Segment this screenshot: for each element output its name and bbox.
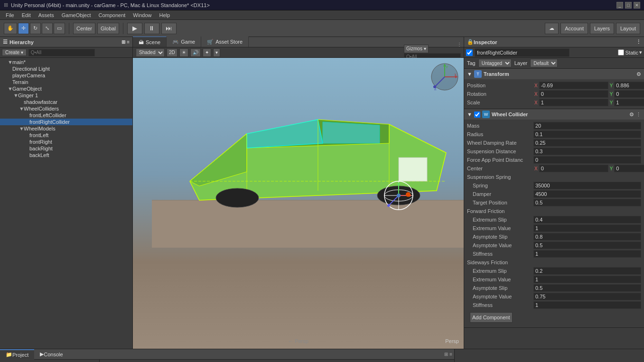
scene-view-menu-button[interactable]: ▾ <box>213 48 220 57</box>
static-checkbox[interactable] <box>618 49 624 56</box>
scale-x-field[interactable]: 1 <box>539 99 608 106</box>
layer-select[interactable]: Default <box>530 59 558 67</box>
svg-text:Y: Y <box>446 65 448 69</box>
menu-file[interactable]: File <box>2 12 18 18</box>
list-item[interactable]: ▼ GameObject <box>0 85 132 92</box>
suspension-distance-field[interactable]: 0.3 <box>533 148 641 155</box>
center-x-field[interactable]: 0 <box>539 165 608 172</box>
wc-enabled-checkbox[interactable] <box>474 111 480 118</box>
hierarchy-search-input[interactable] <box>28 49 95 56</box>
target-position-field[interactable]: 0.5 <box>533 199 641 206</box>
hand-tool-button[interactable]: ✋ <box>4 23 17 34</box>
step-button[interactable]: ⏭ <box>161 23 177 34</box>
list-item[interactable]: frontRight <box>0 139 132 145</box>
list-item[interactable]: frontRightCollider <box>0 119 132 125</box>
static-dropdown-icon[interactable]: ▾ <box>639 49 642 56</box>
scale-tool-button[interactable]: ⤡ <box>42 23 53 34</box>
sf-extremum-slip-field[interactable]: 0.2 <box>533 267 641 275</box>
list-item[interactable]: backRight <box>0 145 132 152</box>
tag-select[interactable]: Untagged <box>478 59 512 67</box>
damper-field[interactable]: 4500 <box>533 190 641 198</box>
object-name-field[interactable]: frontRightCollider <box>475 48 569 57</box>
list-item[interactable]: frontLeft <box>0 132 132 139</box>
rotation-y-field[interactable]: 0 <box>614 90 644 98</box>
force-app-field[interactable]: 0 <box>533 156 641 164</box>
ff-asymptote-value-field[interactable]: 0.5 <box>533 241 641 249</box>
tab-game[interactable]: 🎮 Game <box>167 37 201 47</box>
tab-scene[interactable]: 🏔 Scene <box>133 37 167 47</box>
position-x-field[interactable]: -0.69 <box>539 82 608 89</box>
menu-edit[interactable]: Edit <box>18 12 35 18</box>
wheel-damping-field[interactable]: 0.25 <box>533 139 641 147</box>
game-tab-label: Game <box>181 39 195 45</box>
rotation-x-field[interactable]: 0 <box>539 90 608 98</box>
lighting-toggle-button[interactable]: ☀ <box>179 48 188 57</box>
scene-view[interactable]: Y X Z <box>133 58 464 349</box>
tab-project[interactable]: 📁 Project <box>0 349 34 360</box>
gizmos-button[interactable]: Gizmos ▾ <box>404 45 429 53</box>
hierarchy-create-button[interactable]: Create ▾ <box>2 49 27 56</box>
project-options-icon[interactable]: ⊞ ≡ <box>444 352 452 357</box>
ff-extremum-slip-field[interactable]: 0.4 <box>533 216 641 223</box>
close-button[interactable]: ✕ <box>634 2 640 9</box>
list-item[interactable]: frontLeftCollider <box>0 112 132 119</box>
tab-console[interactable]: ▶ Console <box>34 349 68 360</box>
ff-extremum-value-field[interactable]: 1 <box>533 224 641 232</box>
inspector-menu-icon[interactable]: ⋮ <box>636 39 641 45</box>
minimize-button[interactable]: _ <box>616 2 623 9</box>
layers-button[interactable]: Layers <box>590 23 614 34</box>
list-item[interactable]: playerCamera <box>0 72 132 79</box>
radius-field[interactable]: 0.1 <box>533 130 641 138</box>
wheel-collider-header[interactable]: ▼ W Wheel Collider ⚙ ⋮ <box>464 109 644 120</box>
audio-toggle-button[interactable]: 🔊 <box>190 48 201 57</box>
wc-menu-icon[interactable]: ⋮ <box>636 111 641 118</box>
global-button[interactable]: Global <box>97 23 119 34</box>
rotate-tool-button[interactable]: ↻ <box>30 23 41 34</box>
sf-stiffness-field[interactable]: 1 <box>533 301 641 309</box>
cloud-button[interactable]: ☁ <box>545 23 559 34</box>
position-y-field[interactable]: 0.886 <box>614 82 644 89</box>
hierarchy-item-label: shadowfastcar <box>24 99 57 105</box>
wc-settings-icon[interactable]: ⚙ <box>629 111 634 118</box>
center-y-field[interactable]: 0 <box>614 165 644 172</box>
pause-button[interactable]: ⏸ <box>144 23 159 34</box>
list-item[interactable]: ▼ WheelModels <box>0 125 132 132</box>
mass-field[interactable]: 20 <box>533 122 641 130</box>
list-item[interactable]: Directional Light <box>0 65 132 72</box>
ff-stiffness-field[interactable]: 1 <box>533 250 641 258</box>
add-component-button[interactable]: Add Component <box>470 312 513 323</box>
2d-toggle-button[interactable]: 2D <box>167 48 177 57</box>
spring-field[interactable]: 35000 <box>533 182 641 189</box>
menu-component[interactable]: Component <box>94 12 129 18</box>
sf-asymptote-slip-field[interactable]: 0.5 <box>533 284 641 292</box>
rect-tool-button[interactable]: ▭ <box>54 23 65 34</box>
hierarchy-scene-root[interactable]: ▼ main* <box>0 59 132 65</box>
center-button[interactable]: Center <box>73 23 95 34</box>
list-item[interactable]: ▼ WheelColliders <box>0 105 132 112</box>
move-tool-button[interactable]: ✛ <box>18 23 29 34</box>
list-item[interactable]: backLeft <box>0 152 132 158</box>
tab-asset-store[interactable]: 🛒 Asset Store <box>201 37 249 47</box>
list-item[interactable]: Terrain <box>0 79 132 85</box>
sf-extremum-value-field[interactable]: 1 <box>533 276 641 283</box>
layout-button[interactable]: Layout <box>616 23 640 34</box>
ff-extremum-value-row: Extremum Value 1 <box>467 224 641 232</box>
list-item[interactable]: shadowfastcar <box>0 99 132 105</box>
menu-assets[interactable]: Assets <box>35 12 58 18</box>
transform-header[interactable]: ▼ T Transform ⚙ <box>464 69 644 79</box>
object-enabled-checkbox[interactable] <box>466 49 473 56</box>
ff-asymptote-slip-field[interactable]: 0.8 <box>533 233 641 241</box>
fx-toggle-button[interactable]: ✦ <box>203 48 211 57</box>
menu-gameobject[interactable]: GameObject <box>58 12 95 18</box>
play-button[interactable]: ▶ <box>127 23 142 34</box>
expand-arrow-icon: ▼ <box>19 126 24 131</box>
scale-y-field[interactable]: 1 <box>614 99 644 106</box>
list-item[interactable]: ▼ Ginger 1 <box>0 92 132 99</box>
menu-help[interactable]: Help <box>155 12 174 18</box>
sf-asymptote-value-field[interactable]: 0.75 <box>533 293 641 300</box>
component-settings-icon[interactable]: ⚙ <box>636 71 641 77</box>
account-button[interactable]: Account <box>560 23 588 34</box>
shading-mode-select[interactable]: Shaded <box>136 48 165 57</box>
menu-window[interactable]: Window <box>129 12 155 18</box>
maximize-button[interactable]: □ <box>625 2 632 9</box>
